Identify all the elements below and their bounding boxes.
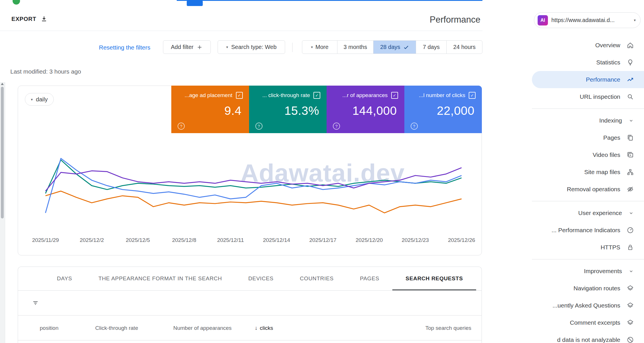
filter-funnel-icon[interactable] — [32, 299, 39, 307]
metric-label: ... click-through rate — [262, 92, 310, 98]
sidebar-item-indexing[interactable]: Indexing — [532, 112, 644, 129]
sidebar-item-d-data-is-not-analyzable[interactable]: d data is not analyzable — [532, 331, 644, 343]
sidebar-item-url-inspection[interactable]: URL inspection — [532, 88, 644, 105]
metric-card-age-ad-placement[interactable]: ...age ad placement✓9.4? — [171, 86, 249, 133]
sidebar-item-label: Indexing — [599, 117, 622, 124]
page-title: Performance — [430, 15, 480, 25]
sitemap-icon — [627, 168, 634, 176]
vertical-scrollbar[interactable] — [0, 82, 5, 343]
layers-icon — [627, 319, 634, 326]
sidebar-item-uently-asked-questions[interactable]: ...uently Asked Questions — [532, 297, 644, 314]
date-range-24-hours[interactable]: 24 hours — [446, 41, 482, 54]
sidebar-item-overview[interactable]: Overview — [532, 37, 644, 54]
sidebar-item-label: Overview — [595, 42, 620, 49]
date-range-group: ▾More3 months28 days7 days24 hours — [302, 40, 482, 54]
date-range-3-months[interactable]: 3 months — [337, 41, 373, 54]
metric-card-r-of-appearances[interactable]: ...r of appearances✓144,000? — [327, 86, 404, 133]
property-selector[interactable]: AI https://www.adawatai.d... ▾ — [534, 12, 641, 28]
download-icon — [40, 15, 48, 23]
sidebar-section: d data is not analyzable — [532, 331, 644, 343]
sidebar-item-navigation-routes[interactable]: Navigation routes — [532, 280, 644, 297]
export-button[interactable]: EXPORT — [11, 13, 48, 25]
tab-days[interactable]: DAYS — [44, 267, 85, 290]
date-range-more[interactable]: ▾More — [302, 41, 337, 54]
column-header-ctr[interactable]: Click-through rate — [95, 325, 138, 331]
granularity-select[interactable]: ▾ daily — [25, 93, 54, 106]
sidebar-item-comment-excerpts[interactable]: Comment excerpts — [532, 314, 644, 331]
metric-checkbox[interactable]: ✓ — [236, 92, 243, 99]
date-range-label: 28 days — [380, 44, 400, 50]
column-header-position[interactable]: position — [40, 325, 59, 331]
sidebar-item-pages[interactable]: Pages — [532, 129, 644, 146]
metric-card-click-through-rate[interactable]: ... click-through rate✓15.3%? — [249, 86, 327, 133]
scroll-up-arrow-icon[interactable] — [1, 83, 4, 85]
sidebar-item-label: Comment excerpts — [570, 319, 620, 326]
dimensions-table-card: DAYSTHE APPEARANCE FORMAT IN THE SEARCHD… — [18, 267, 482, 343]
scrollbar-thumb[interactable] — [1, 87, 4, 218]
reset-filters-link[interactable]: Resetting the filters — [99, 40, 150, 54]
table-filter-row — [18, 291, 482, 316]
metric-checkbox[interactable]: ✓ — [469, 92, 476, 99]
caret-down-icon: ▾ — [226, 45, 228, 49]
date-range-label: 24 hours — [453, 44, 476, 50]
lightbulb-icon — [627, 59, 634, 66]
metric-checkbox[interactable]: ✓ — [391, 92, 398, 99]
top-accent-chip — [187, 1, 203, 6]
x-axis-label: 2025/12/11 — [217, 237, 244, 243]
date-range-28-days[interactable]: 28 days — [373, 41, 416, 54]
x-axis-label: 2025/12/20 — [355, 237, 383, 243]
sidebar-item-statistics[interactable]: Statistics — [532, 54, 644, 71]
sidebar-item-label: Navigation routes — [574, 285, 620, 292]
granularity-label: daily — [36, 96, 48, 103]
column-header-clicks[interactable]: ↓clicks — [255, 325, 273, 331]
sidebar-item-performance[interactable]: Performance — [532, 71, 644, 88]
sidebar-item-label: ...uently Asked Questions — [552, 302, 620, 309]
chart-x-axis-labels: 2025/11/292025/12/22025/12/52025/12/8202… — [29, 237, 477, 245]
sidebar-item-improvements[interactable]: Improvements — [532, 263, 644, 280]
tab-search-requests[interactable]: SEARCH REQUESTS — [392, 267, 476, 290]
date-range-label: 3 months — [343, 44, 367, 50]
metric-value: 22,000 — [437, 104, 474, 118]
performance-line-chart — [29, 145, 477, 236]
sidebar-item-removal-operations[interactable]: Removal operations — [532, 181, 644, 198]
sidebar-item-site-map-files[interactable]: Site map files — [532, 163, 644, 181]
sidebar-section: HTTPS — [532, 239, 644, 256]
metric-card-l-number-of-clicks[interactable]: ...l number of clicks✓22,000? — [404, 86, 482, 133]
export-label: EXPORT — [11, 16, 36, 22]
sidebar-item-label: URL inspection — [580, 93, 620, 100]
sidebar-item-label: Performance — [586, 76, 620, 83]
add-filter-button[interactable]: Add filter — [163, 40, 211, 54]
metric-checkbox[interactable]: ✓ — [313, 92, 320, 99]
check-icon — [403, 44, 409, 50]
sidebar-section: Overview — [532, 37, 644, 54]
x-axis-label: 2025/12/26 — [448, 237, 475, 243]
tab-devices[interactable]: DEVICES — [235, 267, 287, 290]
tab-pages[interactable]: PAGES — [347, 267, 393, 290]
sidebar-item-performance-indicators[interactable]: ... Performance Indicators — [532, 222, 644, 239]
property-url: https://www.adawatai.d... — [551, 17, 630, 23]
caret-down-icon: ▾ — [311, 45, 313, 49]
sidebar-item-video-files[interactable]: Video files — [532, 146, 644, 163]
circle-slash-icon — [627, 336, 634, 343]
tab-the-appearance-format-in-the-search[interactable]: THE APPEARANCE FORMAT IN THE SEARCH — [85, 267, 235, 290]
help-icon[interactable]: ? — [411, 123, 418, 130]
date-range-7-days[interactable]: 7 days — [416, 41, 446, 54]
sidebar-item-user-experience[interactable]: User experience — [532, 204, 644, 222]
column-header-appearances[interactable]: Number of appearances — [173, 325, 232, 331]
help-icon[interactable]: ? — [333, 123, 340, 130]
metric-label-row: ...l number of clicks✓ — [407, 92, 476, 99]
column-header-queries[interactable]: Top search queries — [425, 325, 471, 331]
sidebar-section: Performance — [532, 71, 644, 88]
chevron-down-icon — [628, 210, 634, 216]
sidebar-item-label: Site map files — [584, 169, 620, 176]
search-type-select[interactable]: ▾ Search type: Web — [218, 40, 285, 54]
x-axis-label: 2025/12/23 — [401, 237, 429, 243]
layers-icon — [627, 302, 634, 309]
last-modified-text: Last modified: 3 hours ago — [10, 68, 81, 75]
help-icon[interactable]: ? — [178, 123, 185, 130]
tab-countries[interactable]: COUNTRIES — [287, 267, 347, 290]
header-divider — [0, 31, 482, 31]
sidebar-item-https[interactable]: HTTPS — [532, 239, 644, 256]
status-dot — [13, 0, 20, 5]
help-icon[interactable]: ? — [255, 123, 263, 130]
